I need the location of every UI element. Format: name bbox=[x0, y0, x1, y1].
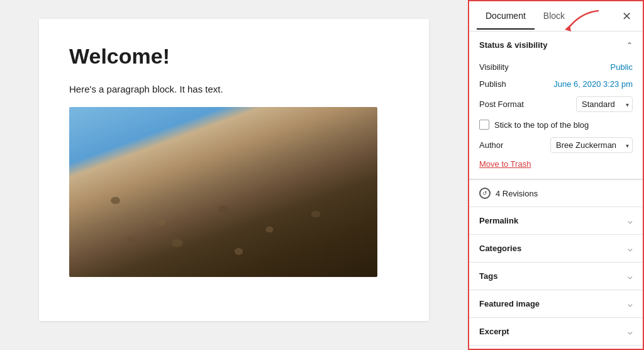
categories-panel[interactable]: Categories ⌵ bbox=[469, 235, 643, 262]
revisions-row[interactable]: ↺ 4 Revisions bbox=[469, 179, 643, 207]
featured-image-panel[interactable]: Featured image ⌵ bbox=[469, 290, 643, 318]
sidebar-header: Document Block ✕ bbox=[469, 1, 643, 31]
close-button[interactable]: ✕ bbox=[618, 8, 635, 25]
tab-block[interactable]: Block bbox=[535, 3, 574, 30]
stick-to-top-checkbox[interactable] bbox=[479, 120, 489, 130]
post-image-inner bbox=[69, 107, 377, 277]
status-visibility-section: Status & visibility ⌃ Visibility Public … bbox=[469, 31, 643, 179]
tags-panel[interactable]: Tags ⌵ bbox=[469, 262, 643, 290]
post-image bbox=[69, 107, 377, 277]
paragraph-block: Here's a paragraph block. It has text. bbox=[69, 84, 399, 94]
featured-image-chevron: ⌵ bbox=[628, 299, 633, 308]
excerpt-label: Excerpt bbox=[479, 327, 509, 336]
post-format-label: Post Format bbox=[479, 99, 524, 109]
author-row: Author Bree Zuckerman ▾ bbox=[479, 133, 633, 157]
visibility-value[interactable]: Public bbox=[611, 62, 633, 72]
post-format-select-wrap: Standard Aside Chat Gallery Link Image Q… bbox=[576, 96, 633, 112]
status-visibility-content: Visibility Public Publish June 6, 2020 3… bbox=[469, 59, 643, 179]
status-visibility-header[interactable]: Status & visibility ⌃ bbox=[469, 31, 643, 59]
featured-image-label: Featured image bbox=[479, 299, 540, 308]
publish-row: Publish June 6, 2020 3:23 pm bbox=[479, 76, 633, 93]
editor-canvas: Welcome! Here's a paragraph block. It ha… bbox=[39, 19, 429, 321]
tags-label: Tags bbox=[479, 271, 497, 281]
categories-chevron: ⌵ bbox=[628, 244, 633, 253]
sidebar-tabs: Document Block bbox=[477, 3, 618, 30]
discussion-panel[interactable]: Discussion ⌵ bbox=[469, 346, 643, 349]
post-title: Welcome! bbox=[69, 44, 399, 69]
move-to-trash-row: Move to Trash bbox=[479, 157, 633, 171]
excerpt-panel[interactable]: Excerpt ⌵ bbox=[469, 318, 643, 346]
visibility-label: Visibility bbox=[479, 62, 509, 72]
revisions-label: 4 Revisions bbox=[496, 189, 538, 198]
author-select[interactable]: Bree Zuckerman bbox=[550, 137, 633, 153]
author-label: Author bbox=[479, 140, 503, 150]
stick-to-top-label: Stick to the top of the blog bbox=[494, 120, 589, 130]
status-visibility-label: Status & visibility bbox=[479, 40, 547, 50]
excerpt-chevron: ⌵ bbox=[628, 327, 633, 336]
permalink-label: Permalink bbox=[479, 216, 518, 225]
permalink-panel[interactable]: Permalink ⌵ bbox=[469, 207, 643, 235]
post-format-select[interactable]: Standard Aside Chat Gallery Link Image Q… bbox=[576, 96, 633, 112]
visibility-row: Visibility Public bbox=[479, 59, 633, 76]
sidebar-panel: Document Block ✕ Status & visibility ⌃ V… bbox=[468, 0, 644, 350]
publish-label: Publish bbox=[479, 79, 506, 89]
categories-label: Categories bbox=[479, 244, 521, 253]
tab-document[interactable]: Document bbox=[477, 3, 535, 30]
sidebar-content: Status & visibility ⌃ Visibility Public … bbox=[469, 31, 643, 349]
author-select-wrap: Bree Zuckerman ▾ bbox=[550, 137, 633, 153]
move-to-trash-link[interactable]: Move to Trash bbox=[479, 157, 531, 171]
stick-to-top-row: Stick to the top of the blog bbox=[479, 116, 633, 133]
tags-chevron: ⌵ bbox=[628, 271, 633, 281]
editor-area: Welcome! Here's a paragraph block. It ha… bbox=[0, 0, 468, 350]
status-visibility-chevron: ⌃ bbox=[626, 41, 633, 50]
permalink-chevron: ⌵ bbox=[628, 216, 633, 225]
post-format-row: Post Format Standard Aside Chat Gallery … bbox=[479, 93, 633, 116]
revisions-icon: ↺ bbox=[479, 188, 491, 199]
publish-value[interactable]: June 6, 2020 3:23 pm bbox=[553, 79, 633, 89]
